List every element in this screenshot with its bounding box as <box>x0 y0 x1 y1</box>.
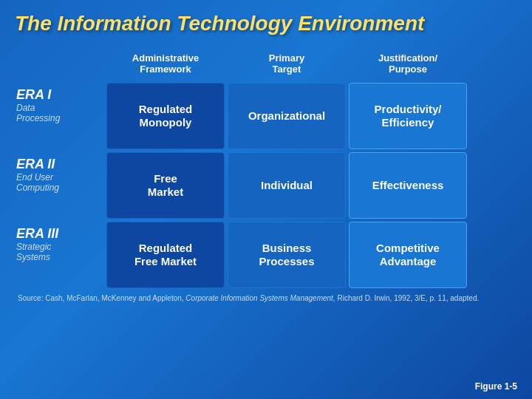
era2-sub1: End User <box>16 172 103 183</box>
slide: The Information Technology Environment A… <box>0 0 532 399</box>
source-italic: Corporate Information Systems Management… <box>185 294 335 302</box>
era3-label: ERA III Strategic Systems <box>15 222 103 288</box>
era2-label: ERA II End User Computing <box>15 152 103 219</box>
era3-sub1: Strategic <box>16 242 103 252</box>
era1-title: ERA I <box>16 87 103 103</box>
cell-era1-admin: RegulatedMonopoly <box>106 83 225 149</box>
source-suffix: Richard D. Irwin, 1992, 3/E, p. 11, adap… <box>335 294 480 302</box>
cell-era1-justify: Productivity/Efficiency <box>349 83 467 149</box>
figure-reference: Figure 1-5 <box>475 381 517 392</box>
cell-era2-justify: Effectiveness <box>349 152 467 219</box>
col-header-target: PrimaryTarget <box>228 47 346 80</box>
era3-sub2: Systems <box>16 252 103 262</box>
era2-sub2: Computing <box>16 183 103 193</box>
cell-era3-admin: RegulatedFree Market <box>106 222 225 288</box>
source-text: Source: Cash, McFarlan, McKenney and App… <box>15 294 517 302</box>
cell-era1-target: Organizational <box>228 83 346 149</box>
cell-era3-target: BusinessProcesses <box>228 222 346 288</box>
era1-label: ERA I Data Processing <box>15 83 103 149</box>
cell-era3-justify: CompetitiveAdvantage <box>349 222 467 288</box>
era1-sub2: Processing <box>16 113 103 123</box>
era1-sub1: Data <box>16 103 103 113</box>
corner-empty <box>15 47 103 80</box>
source-prefix: Source: Cash, McFarlan, McKenney and App… <box>18 294 185 302</box>
slide-title: The Information Technology Environment <box>15 12 517 35</box>
era2-title: ERA II <box>16 157 103 172</box>
col-header-justify: Justification/Purpose <box>349 47 467 80</box>
era3-title: ERA III <box>16 226 103 242</box>
cell-era2-admin: FreeMarket <box>106 152 225 219</box>
main-grid: AdministrativeFramework PrimaryTarget Ju… <box>15 47 517 288</box>
col-header-admin: AdministrativeFramework <box>106 47 225 80</box>
cell-era2-target: Individual <box>228 152 346 219</box>
